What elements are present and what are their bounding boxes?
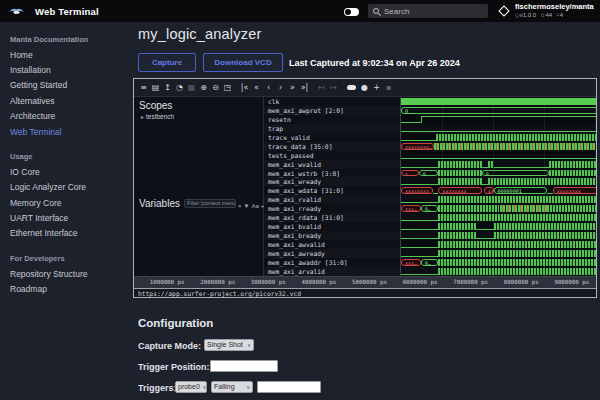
signal-name[interactable]: mem_axi_wready <box>264 177 400 186</box>
chevron-down-icon: ∨ <box>246 382 250 392</box>
wave-segment-dense2 <box>434 143 597 150</box>
wave-segment-xbus: xxx… <box>401 205 421 212</box>
trigger-position-input[interactable] <box>210 360 278 372</box>
sidebar-item-ethernet-interface[interactable]: Ethernet Interface <box>0 226 130 241</box>
wave-segment-bus: 0… <box>421 205 439 212</box>
scopes-heading: Scopes <box>139 100 263 111</box>
search-box[interactable] <box>368 4 488 18</box>
signal-name[interactable]: trace_data [35:0] <box>264 142 400 151</box>
signal-name[interactable]: mem_axi_rvalid <box>264 195 400 204</box>
open-file-icon[interactable]: ▤ <box>150 82 161 94</box>
wave-row <box>401 231 597 240</box>
sidebar-item-web-terminal[interactable]: Web Terminal <box>0 124 130 139</box>
next-transition-icon[interactable]: ↦ <box>328 82 339 94</box>
signal-name[interactable]: resetn <box>264 115 400 124</box>
sidebar-item-memory-core[interactable]: Memory Core <box>0 195 130 210</box>
page-title: my_logic_analyzer <box>138 26 262 42</box>
repo-meta: ◇v1.0.0 ☆44 ⑂4 <box>515 11 594 19</box>
timescale-icon[interactable]: ● <box>359 82 370 94</box>
waveform-viewer: ≡▤↥◔▦⊕⊖◳|««‹›»»|↤↦●+▪ Scopes ▸testbench … <box>133 78 597 298</box>
zoom-in-icon[interactable]: ⊕ <box>198 82 209 94</box>
sidebar-item-home[interactable]: Home <box>0 47 130 62</box>
fork-icon: ⑂4 <box>556 11 563 19</box>
wave-segment-dense2 <box>500 205 547 212</box>
waveform-canvas[interactable]: 0xxxxxxxx…x00xxxxxxxxxxxxxxxxxx…00000001… <box>401 97 597 276</box>
wave-segment-dense <box>438 178 481 185</box>
zoom-out-icon[interactable]: ⊖ <box>210 82 221 94</box>
sidebar-item-logic-analyzer-core[interactable]: Logic Analyzer Core <box>0 180 130 195</box>
dark-mode-toggle[interactable] <box>344 8 359 16</box>
sidebar-item-alternatives[interactable]: Alternatives <box>0 93 130 108</box>
web-terminal-page: Web Terminal fischermoseley/manta ◇v1.0.… <box>0 0 600 400</box>
clear-filter-icon[interactable]: × <box>238 203 242 209</box>
repo-link[interactable]: fischermoseley/manta ◇v1.0.0 ☆44 ⑂4 <box>500 3 594 19</box>
triggers-label: Triggers: <box>138 383 177 393</box>
go-to-end-icon[interactable]: »| <box>299 82 310 94</box>
go-to-start-icon[interactable]: |« <box>239 82 250 94</box>
sidebar-item-architecture[interactable]: Architecture <box>0 109 130 124</box>
sidebar-item-repository-structure[interactable]: Repository Structure <box>0 266 130 281</box>
save-state-icon[interactable]: ▦ <box>186 82 197 94</box>
signal-name[interactable]: mem_axi_bvalid <box>264 222 400 231</box>
fast-forward-icon[interactable]: » <box>287 82 298 94</box>
signal-name[interactable]: clk <box>264 97 400 106</box>
signal-name[interactable]: mem_axi_bready <box>264 231 400 240</box>
zoom-fit-icon[interactable]: ◳ <box>222 82 233 94</box>
signal-name[interactable]: mem_axi_awaddr [31:0] <box>264 258 400 267</box>
sidebar-item-roadmap[interactable]: Roadmap <box>0 282 130 297</box>
variable-filter-input[interactable] <box>184 199 236 208</box>
upload-icon[interactable]: ↥ <box>162 82 173 94</box>
wave-segment-xbus: xxx… <box>401 259 421 266</box>
wave-segment-bus: 0 <box>401 107 597 114</box>
repo-name: fischermoseley/manta <box>515 3 594 11</box>
wave-row: xxxxxxxxxxxxxxxxxx…00000001xxxxxxxx <box>401 186 597 195</box>
wave-segment-dense <box>438 214 597 221</box>
sidebar-section-header: Usage <box>10 152 130 161</box>
trigger-edge-select[interactable]: Falling∨ <box>211 381 253 393</box>
menu-icon[interactable]: ≡ <box>138 82 149 94</box>
wave-segment-dense <box>494 223 597 230</box>
signal-name[interactable]: mem_axi_awprot [2:0] <box>264 106 400 115</box>
signal-name[interactable]: mem_axi_rready <box>264 204 400 213</box>
signal-name[interactable]: mem_axi_arvalid <box>264 267 400 276</box>
timeline-tick-label: 9000000 ps <box>554 279 589 285</box>
prev-transition-icon[interactable]: ↤ <box>316 82 327 94</box>
fast-backward-icon[interactable]: « <box>251 82 262 94</box>
manta-logo-icon <box>8 5 25 17</box>
wave-segment-dense <box>438 196 597 203</box>
match-case-icon[interactable]: Aa <box>251 203 258 209</box>
cursor-icon[interactable] <box>347 85 356 90</box>
add-view-icon[interactable]: + <box>371 82 382 94</box>
signal-name[interactable]: tests_passed <box>264 151 400 160</box>
capture-mode-select[interactable]: Single Shot∨ <box>204 339 254 351</box>
sidebar-section-header: Manta Documentation <box>10 35 130 44</box>
remove-view-icon[interactable]: ▪ <box>383 82 394 94</box>
signal-name[interactable]: mem_axi_awready <box>264 249 400 258</box>
signal-name[interactable]: mem_axi_wdata [31:0] <box>264 186 400 195</box>
wave-segment-dense <box>438 170 481 177</box>
capture-button[interactable]: Capture <box>138 53 196 72</box>
sidebar-item-uart-interface[interactable]: UART Interface <box>0 210 130 225</box>
trigger-condition-input[interactable] <box>257 381 321 393</box>
signal-name[interactable]: mem_axi_awvalid <box>264 240 400 249</box>
step-backward-icon[interactable]: ‹ <box>263 82 274 94</box>
trigger-probe-select[interactable]: probe0∨ <box>175 381 207 393</box>
signal-name[interactable]: mem_axi_rdata [31:0] <box>264 213 400 222</box>
chevron-down-icon: ∨ <box>247 340 251 350</box>
step-forward-icon[interactable]: › <box>275 82 286 94</box>
download-vcd-button[interactable]: Download VCD <box>203 53 283 72</box>
sidebar-nav: Manta DocumentationHomeInstallationGetti… <box>0 22 130 400</box>
wave-segment-dense <box>438 250 597 257</box>
scope-item-testbench[interactable]: ▸testbench <box>141 113 263 120</box>
search-input[interactable] <box>384 7 474 16</box>
signal-name[interactable]: mem_axi_wstrb [3:0] <box>264 169 400 178</box>
sidebar-item-io-core[interactable]: IO Core <box>0 164 130 179</box>
signal-name[interactable]: mem_axi_wvalid <box>264 160 400 169</box>
signal-name[interactable]: trace_valid <box>264 133 400 142</box>
sidebar-item-installation[interactable]: Installation <box>0 62 130 77</box>
sidebar-item-getting-started[interactable]: Getting Started <box>0 78 130 93</box>
filter-type-icon[interactable]: ▼ <box>243 203 249 209</box>
reload-icon[interactable]: ◔ <box>174 82 185 94</box>
wave-segment-solid <box>401 98 597 105</box>
signal-name[interactable]: trap <box>264 124 400 133</box>
